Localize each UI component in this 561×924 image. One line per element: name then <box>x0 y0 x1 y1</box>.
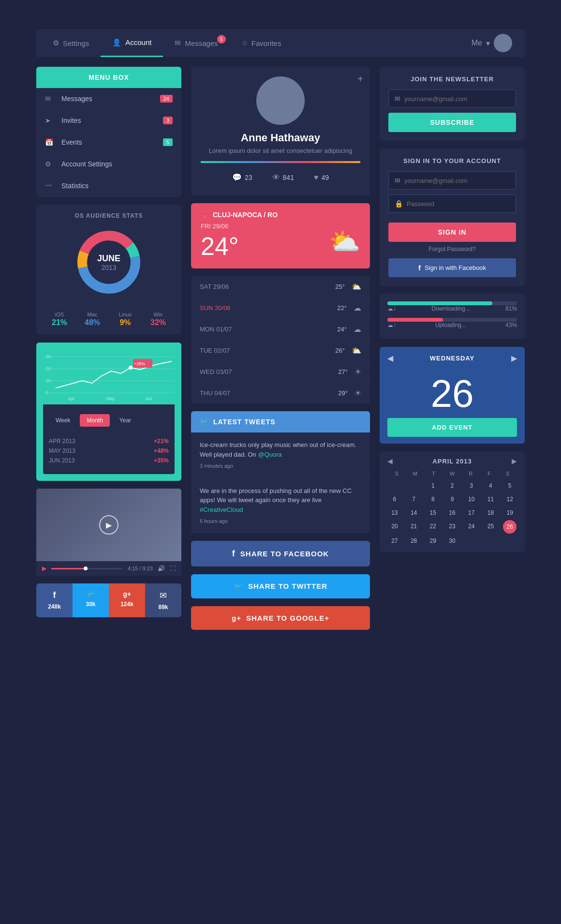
calendar-widget: ◀ WEDNESDAY ▶ 26 ADD EVENT <box>380 347 525 444</box>
upload-progress: ☁↑ Uploading... 43% <box>387 318 517 328</box>
os-bar-linux: Linux 9% <box>110 312 141 327</box>
profile-bio: Lorem ipsum dolor sit amet consectetuer … <box>201 147 360 154</box>
share-googleplus-button[interactable]: g+ SHARE TO GOOGLE+ <box>191 606 370 630</box>
user-menu[interactable]: Me ▾ <box>464 29 520 57</box>
share-twitter-button[interactable]: 🐦 SHARE TO TWITTER <box>191 574 370 598</box>
menu-item-events[interactable]: 📅 Events 5 <box>36 132 181 153</box>
svg-text:0: 0 <box>46 390 48 395</box>
twitter-share-icon: 🐦 <box>234 582 243 591</box>
weather-icon-tue: ⛅ <box>352 346 361 355</box>
svg-text:+28%: +28% <box>134 361 145 366</box>
menu-item-statistics[interactable]: 〰 Statistics <box>36 175 181 197</box>
newsletter-email-input[interactable] <box>404 95 510 103</box>
weather-current: 📍 CLUJ-NAPOCA / RO FRI 29/06 24° ⛅ <box>191 203 370 268</box>
menu-item-invites-label: Invites <box>61 117 163 124</box>
tab-settings[interactable]: ⚙ Settings <box>41 30 101 56</box>
share-facebook-button[interactable]: f SHARE TO FACEBOOK <box>191 541 370 566</box>
messages-badge: 5 <box>217 35 226 44</box>
weather-icon-sat: ⛅ <box>352 282 361 291</box>
weather-date: FRI 29/06 <box>201 223 239 230</box>
year-button[interactable]: Year <box>113 414 138 427</box>
weather-temperature: 24° <box>201 232 239 261</box>
account-settings-menu-icon: ⚙ <box>45 160 56 168</box>
menu-box-header: MENU BOX <box>36 67 181 88</box>
volume-icon[interactable]: 🔊 <box>158 565 165 572</box>
tab-favorites[interactable]: ☆ Favorites <box>230 30 293 56</box>
cal-prev-button[interactable]: ◀ <box>387 354 393 363</box>
os-bar-ios: iOS 21% <box>44 312 75 327</box>
download-progress-fill <box>387 301 492 305</box>
download-label: Downloading... <box>431 305 470 312</box>
upload-progress-fill <box>387 318 443 322</box>
views-count: 841 <box>283 174 294 181</box>
social-facebook[interactable]: f 248k <box>36 583 73 617</box>
forgot-password-link[interactable]: Forgot Password? <box>388 246 516 253</box>
facebook-signin-label: Sign in with Facebook <box>425 264 486 271</box>
twitter-count: 30k <box>86 601 95 608</box>
fullscreen-icon[interactable]: ⛶ <box>170 565 176 572</box>
profile-stats: 💬 23 👁 841 ♥ 49 <box>201 169 360 186</box>
subscribe-button[interactable]: SUBSCRIBE <box>388 113 516 132</box>
play-button[interactable]: ▶ <box>99 515 118 535</box>
week-button[interactable]: Week <box>49 414 77 427</box>
small-cal-prev-button[interactable]: ◀ <box>387 457 393 465</box>
facebook-signin-button[interactable]: f Sign in with Facebook <box>388 258 516 277</box>
tab-settings-label: Settings <box>63 39 89 47</box>
social-googleplus[interactable]: g+ 124k <box>109 583 145 617</box>
signin-password-input[interactable] <box>407 200 510 208</box>
googleplus-icon: g+ <box>123 590 131 598</box>
signin-password-field[interactable]: 🔒 <box>388 194 516 213</box>
messages-count-badge: 24 <box>160 95 173 103</box>
video-progress-dot <box>84 566 88 570</box>
events-menu-icon: 📅 <box>45 138 56 146</box>
month-button[interactable]: Month <box>80 414 109 427</box>
social-twitter[interactable]: 🐦 30k <box>73 583 109 617</box>
weather-forecast: SAT 29/06 25° ⛅ SUN 30/06 22° ☁ MON 01/0… <box>191 276 370 403</box>
small-cal-grid: S M T W R F S 1 2 3 4 5 <box>380 471 525 547</box>
weather-row-tue: TUE 02/07 26° ⛅ <box>191 340 370 361</box>
left-column: MENU BOX ✉ Messages 24 ➤ Invites 3 📅 Eve… <box>36 67 181 630</box>
likes-count: 49 <box>321 174 329 181</box>
weather-row-wed: WED 03/07 27° ☀ <box>191 361 370 383</box>
video-progress-fill <box>51 568 84 569</box>
signin-email-input[interactable] <box>404 177 510 184</box>
facebook-icon: f <box>53 590 56 600</box>
menu-item-messages[interactable]: ✉ Messages 24 <box>36 88 181 110</box>
tab-account[interactable]: 👤 Account <box>101 30 163 57</box>
progress-box: ☁↓ Downloading... 81% ☁↑ Uploading... 43… <box>380 294 525 339</box>
os-stats-title: OS AUDIENCE STATS <box>44 212 174 219</box>
tweets-header: 🐦 LATEST TWEETS <box>191 411 370 432</box>
today-marker[interactable]: 26 <box>503 520 517 534</box>
donut-center: JUNE 2013 <box>97 253 120 271</box>
cal-next-button[interactable]: ▶ <box>511 354 517 363</box>
cal-day-name: WEDNESDAY <box>430 355 474 362</box>
weather-location: 📍 CLUJ-NAPOCA / RO <box>201 211 360 219</box>
newsletter-email-field[interactable]: ✉ <box>388 89 516 108</box>
chart-bottom: Week Month Year APR 2013 +21% MAY 2013 +… <box>43 404 175 474</box>
small-cal-next-button[interactable]: ▶ <box>512 457 517 465</box>
menu-box: MENU BOX ✉ Messages 24 ➤ Invites 3 📅 Eve… <box>36 67 181 197</box>
twitter-header-icon: 🐦 <box>200 418 208 426</box>
social-email[interactable]: ✉ 89k <box>145 583 181 617</box>
email-input-icon: ✉ <box>395 95 400 103</box>
profile-stat-comments: 💬 23 <box>222 169 263 186</box>
social-share-bar: f 248k 🐦 30k g+ 124k ✉ 89k <box>36 583 181 617</box>
menu-item-account-settings[interactable]: ⚙ Account Settings <box>36 153 181 175</box>
menu-item-invites[interactable]: ➤ Invites 3 <box>36 110 181 132</box>
signin-lock-icon: 🔒 <box>395 200 403 208</box>
statistics-menu-icon: 〰 <box>45 182 56 190</box>
play-icon[interactable]: ▶ <box>42 565 46 572</box>
tab-messages[interactable]: ✉ Messages 5 <box>163 30 229 56</box>
signin-email-field[interactable]: ✉ <box>388 171 516 190</box>
location-icon: 📍 <box>201 211 209 219</box>
menu-item-events-label: Events <box>61 138 163 146</box>
video-progress-bar[interactable] <box>51 568 123 569</box>
line-chart-box: 0 10 20 30 Apr May Jun +28% Week Month <box>36 343 181 481</box>
weather-row-thu: THU 04/07 29° ☀ <box>191 383 370 403</box>
chevron-down-icon: ▾ <box>486 39 490 48</box>
video-thumbnail: ▶ <box>36 489 181 561</box>
signin-button[interactable]: SIGN IN <box>388 223 516 242</box>
add-event-button[interactable]: ADD EVENT <box>387 418 517 437</box>
email-count: 89k <box>158 604 168 611</box>
profile-add-button[interactable]: + <box>357 74 363 85</box>
